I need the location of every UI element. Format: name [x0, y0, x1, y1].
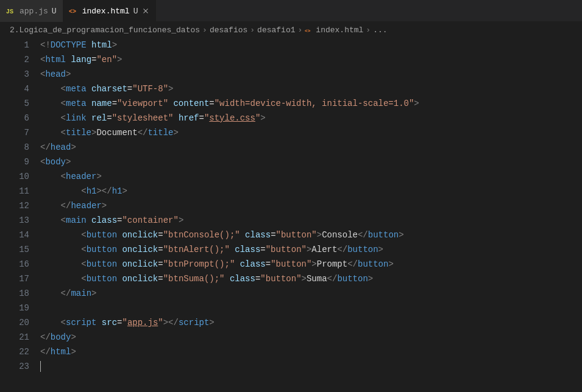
code-line[interactable]: <meta charset="UTF-8"> — [40, 82, 582, 96]
line-number: 15 — [0, 242, 29, 257]
line-number: 22 — [0, 345, 29, 359]
code-editor[interactable]: 1234567891011121314151617181920212223 <!… — [0, 38, 582, 392]
svg-text:<>: <> — [305, 28, 311, 33]
code-line[interactable]: </head> — [40, 140, 582, 155]
line-number: 3 — [0, 67, 29, 82]
line-number: 18 — [0, 286, 29, 301]
line-number: 23 — [0, 359, 29, 374]
code-line[interactable] — [40, 301, 582, 315]
close-icon[interactable] — [141, 7, 150, 15]
line-number: 12 — [0, 198, 29, 213]
tab-modified: U — [52, 7, 57, 16]
code-line[interactable]: <head> — [40, 67, 582, 82]
js-file-icon: JS — [6, 6, 16, 16]
chevron-right-icon: › — [366, 26, 371, 35]
line-number: 1 — [0, 38, 29, 52]
chevron-right-icon: › — [250, 26, 255, 35]
text-cursor — [40, 361, 41, 372]
line-number: 6 — [0, 111, 29, 125]
svg-text:JS: JS — [6, 9, 13, 15]
code-line[interactable]: <button onclick="btnAlert();" class="but… — [40, 242, 582, 257]
tab-label: app.js — [20, 7, 48, 16]
line-number: 9 — [0, 155, 29, 169]
line-number: 16 — [0, 257, 29, 271]
code-line[interactable]: <!DOCTYPE html> — [40, 38, 582, 52]
breadcrumb-overflow[interactable]: ... — [373, 26, 387, 35]
html-file-icon: <> — [69, 6, 79, 16]
code-content[interactable]: <!DOCTYPE html><html lang="en"><head> <m… — [40, 38, 582, 392]
breadcrumb-part[interactable]: desafio1 — [257, 26, 295, 35]
code-line[interactable]: <button onclick="btnConsole();" class="b… — [40, 228, 582, 242]
code-line[interactable]: </body> — [40, 330, 582, 345]
chevron-right-icon: › — [202, 26, 207, 35]
tab-app-js[interactable]: JS app.js U — [0, 0, 63, 22]
code-line[interactable]: <header> — [40, 169, 582, 184]
line-number: 7 — [0, 125, 29, 140]
line-number: 8 — [0, 140, 29, 155]
code-line[interactable]: <html lang="en"> — [40, 52, 582, 67]
svg-text:<>: <> — [69, 9, 76, 15]
line-number: 5 — [0, 96, 29, 111]
code-line[interactable]: </header> — [40, 198, 582, 213]
code-line[interactable]: </html> — [40, 345, 582, 359]
line-number: 20 — [0, 315, 29, 330]
line-number-gutter: 1234567891011121314151617181920212223 — [0, 38, 40, 392]
breadcrumb[interactable]: 2.Logica_de_programacion_funciones_datos… — [0, 22, 582, 38]
code-line[interactable]: <button onclick="btnPrompt();" class="bu… — [40, 257, 582, 271]
line-number: 13 — [0, 213, 29, 228]
code-line[interactable]: <link rel="stylesheet" href="style.css"> — [40, 111, 582, 125]
code-line[interactable]: <title>Document</title> — [40, 125, 582, 140]
chevron-right-icon: › — [298, 26, 303, 35]
html-file-icon: <> — [305, 26, 313, 34]
breadcrumb-part[interactable]: 2.Logica_de_programacion_funciones_datos — [10, 26, 200, 35]
code-line[interactable]: <h1></h1> — [40, 184, 582, 198]
line-number: 17 — [0, 271, 29, 286]
code-line[interactable]: <main class="container"> — [40, 213, 582, 228]
code-line[interactable]: <body> — [40, 155, 582, 169]
code-line[interactable]: <button onclick="btnSuma();" class="butt… — [40, 271, 582, 286]
editor-tabs: JS app.js U <> index.html U — [0, 0, 582, 22]
breadcrumb-part[interactable]: desafios — [210, 26, 247, 35]
line-number: 4 — [0, 82, 29, 96]
code-line[interactable]: <meta name="viewport" content="width=dev… — [40, 96, 582, 111]
line-number: 19 — [0, 301, 29, 315]
line-number: 2 — [0, 52, 29, 67]
code-line[interactable]: <script src="app.js"></script> — [40, 315, 582, 330]
tab-label: index.html — [82, 7, 130, 16]
breadcrumb-part[interactable]: index.html — [316, 26, 363, 35]
code-line[interactable] — [40, 359, 582, 374]
line-number: 14 — [0, 228, 29, 242]
line-number: 10 — [0, 169, 29, 184]
line-number: 11 — [0, 184, 29, 198]
tab-index-html[interactable]: <> index.html U — [63, 0, 157, 22]
tab-modified: U — [133, 7, 138, 16]
code-line[interactable]: </main> — [40, 286, 582, 301]
line-number: 21 — [0, 330, 29, 345]
